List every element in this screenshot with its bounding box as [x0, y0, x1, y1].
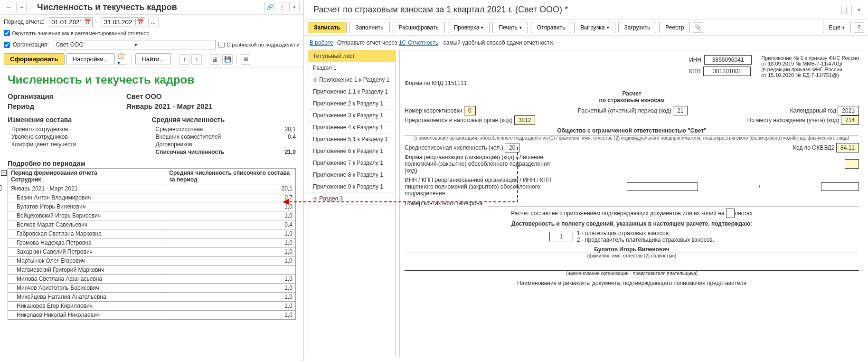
inn-field[interactable]: 3856096041 — [704, 55, 752, 65]
date-to-group[interactable]: 📅 — [102, 17, 145, 27]
nav-item[interactable]: Приложение 1.1 к Разделу 1 — [308, 86, 395, 98]
nav-item[interactable]: Приложение 3 к Разделу 1 — [308, 110, 395, 122]
date-to-input[interactable] — [102, 18, 135, 27]
avg-section: Средняя численность — [152, 116, 296, 124]
forward-button[interactable]: → — [16, 2, 27, 12]
tree-collapse-icon[interactable]: − — [1, 170, 7, 176]
table-row[interactable]: Габровская Светлана Марковна1,0 — [8, 229, 296, 238]
table-row[interactable]: Булатов Игорь Виленович1,0 — [8, 202, 296, 211]
rep-org-field[interactable] — [405, 263, 859, 271]
period-code-field[interactable]: 21 — [673, 106, 688, 115]
org-full-name: Общество с ограниченной ответственностью… — [405, 127, 859, 135]
tax-field[interactable]: 3812 — [514, 115, 536, 125]
print-button[interactable]: Печать — [492, 22, 528, 33]
attach-icon[interactable]: 📎 — [693, 22, 703, 33]
corr-field[interactable]: 0 — [464, 106, 476, 115]
status-link[interactable]: В работе — [310, 39, 333, 46]
close-icon[interactable]: × — [854, 5, 864, 15]
table-row[interactable]: Минчев Аристотель Борисович1,0 — [8, 284, 296, 293]
more-icon[interactable]: ⋮ — [277, 2, 287, 12]
form-button[interactable]: Сформировать — [4, 53, 65, 65]
write-button[interactable]: Записать — [308, 22, 347, 33]
period-more-button[interactable]: ... — [148, 17, 159, 27]
date-from-group[interactable]: 📅 — [49, 17, 93, 27]
tree-collapse-icon[interactable]: − — [0, 185, 1, 191]
load-button[interactable]: Загрузить — [618, 22, 657, 33]
changes-section: Изменения состава — [8, 116, 152, 124]
table-row[interactable]: Матвиевский Григорий Маркович — [8, 266, 296, 275]
table-row[interactable]: Громова Надежда Петровна1,0 — [8, 238, 296, 247]
chevron-down-icon[interactable]: ▾ — [132, 41, 213, 48]
help-icon[interactable]: ? — [854, 22, 864, 33]
nav-item[interactable]: Раздел 3 — [308, 193, 395, 205]
section-nav: Титульный листРаздел 1Приложение 1 к Раз… — [308, 50, 396, 357]
reorg-code-field[interactable] — [845, 159, 859, 169]
sort-asc-icon[interactable]: ↕ — [179, 54, 189, 65]
nav-item[interactable]: Титульный лист — [308, 50, 395, 62]
link-icon[interactable]: 🔗 — [264, 2, 275, 12]
form-area: ИНН3856096041 КПП381201001 Приложение № … — [399, 50, 864, 357]
fill-button[interactable]: Заполнить — [349, 22, 390, 33]
mail-icon[interactable]: ✉ — [241, 54, 251, 65]
table-row[interactable]: Войцеховский Игорь Борисович1,0 — [8, 211, 296, 220]
period-meta-value: Январь 2021 - Март 2021 — [126, 102, 212, 110]
okved-field[interactable]: 84.11 — [836, 143, 859, 152]
reorg-kpp-field[interactable] — [821, 182, 859, 191]
location-field[interactable]: 214 — [841, 115, 859, 125]
table-row[interactable]: Никаноров Егор Кириллович1,0 — [8, 302, 296, 311]
calendar-icon[interactable]: 📅 — [135, 19, 145, 25]
period-meta-label: Период — [8, 102, 126, 110]
decode-button[interactable]: Расшифровать — [393, 22, 445, 33]
signer-name: Булатов Игорь Виленович — [405, 246, 859, 253]
nav-item[interactable]: Приложение 5.1 к Разделу 1 — [308, 133, 395, 145]
copy-icon[interactable]: 📋▾ — [117, 54, 127, 65]
status-link2[interactable]: 1С-Отчетность — [399, 39, 438, 46]
org-checkbox[interactable] — [4, 42, 10, 48]
table-row[interactable]: Захаркин Савелий Петрович1,0 — [8, 247, 296, 256]
nav-item[interactable]: Приложение 2 к Разделу 1 — [308, 98, 395, 110]
find-button[interactable]: Найти... — [135, 53, 171, 65]
detail-table: Период формирования отчета Сотрудник Сре… — [8, 168, 296, 320]
calendar-icon[interactable]: 📅 — [83, 19, 92, 25]
phone-field[interactable] — [488, 200, 859, 207]
check-button[interactable]: Проверка — [448, 22, 490, 33]
nav-item[interactable]: Приложение 4 к Разделу 1 — [308, 122, 395, 133]
round-checkbox[interactable] — [4, 30, 10, 36]
export-button[interactable]: Выгрузка — [574, 22, 615, 33]
kpp-field[interactable]: 381201001 — [703, 66, 751, 76]
year-field[interactable]: 2021 — [838, 106, 859, 115]
table-row[interactable]: Мартынюк Олег Егорович1,0 — [8, 256, 296, 266]
table-row[interactable]: Базин Антон Владимирович0,7 — [8, 193, 296, 202]
table-row[interactable]: Волков Марат Савельевич0,4 — [8, 220, 296, 229]
period-label: Период отчета: — [4, 19, 44, 25]
avg-count-field[interactable]: 20 — [505, 143, 519, 152]
table-row[interactable]: Милова Светлана Афанасьевна1,0 — [8, 275, 296, 284]
payer-code-field[interactable]: 1 — [549, 232, 573, 241]
back-button[interactable]: ← — [4, 2, 14, 12]
nav-item[interactable]: Приложение 8 к Разделу 1 — [308, 169, 395, 181]
nav-item[interactable]: Приложение 9 к Разделу 1 — [308, 181, 395, 193]
nav-item[interactable]: Приложение 1 к Разделу 1 — [308, 74, 395, 86]
print-icon[interactable]: 🖨 — [210, 54, 220, 65]
save-icon[interactable]: 💾 — [222, 54, 233, 65]
org-select[interactable]: Свет ООО ▾ — [54, 40, 216, 49]
breakdown-checkbox[interactable] — [218, 42, 225, 48]
favorite-icon[interactable]: ☆ — [28, 3, 35, 12]
nav-item[interactable]: Приложение 6 к Разделу 1 — [308, 145, 395, 157]
nav-item[interactable]: Приложение 7 к Разделу 1 — [308, 157, 395, 169]
registry-button[interactable]: Реестр — [659, 22, 690, 33]
close-icon[interactable]: × — [289, 2, 300, 12]
settings-button[interactable]: Настройки... — [66, 53, 115, 65]
report-title: Численность и текучесть кадров — [8, 73, 296, 86]
send-button[interactable]: Отправить — [531, 22, 572, 33]
pages-field[interactable] — [726, 209, 735, 218]
table-row[interactable]: Николаев Николай Николаевич1,0 — [8, 311, 296, 320]
nav-item[interactable]: Раздел 1 — [308, 62, 395, 74]
more-button[interactable]: Еще — [823, 22, 851, 33]
sort-desc-icon[interactable]: ↕ — [191, 54, 202, 65]
breakdown-label: С разбивкой по подразделени — [226, 42, 300, 48]
reorg-inn-field[interactable] — [627, 182, 698, 191]
date-from-input[interactable] — [49, 18, 83, 27]
table-row[interactable]: Михейцева Наталия Анатольевна1,0 — [8, 293, 296, 302]
more-icon[interactable]: ⋮ — [841, 5, 852, 15]
